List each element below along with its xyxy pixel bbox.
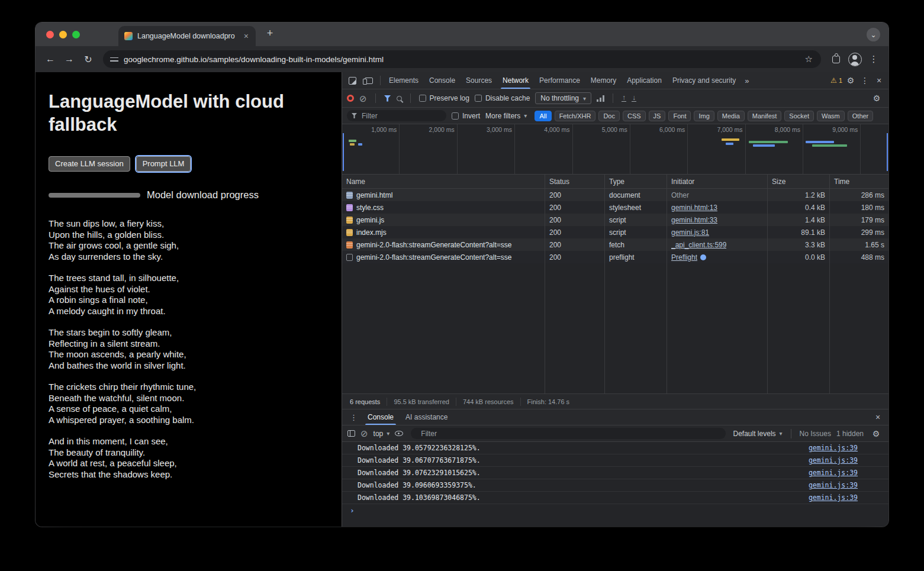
- window-chevron-icon[interactable]: ⌄: [867, 28, 880, 41]
- record-network-log-icon[interactable]: [347, 95, 354, 102]
- network-overview-timeline[interactable]: 1,000 ms 2,000 ms 3,000 ms 4,000 ms 5,00…: [342, 124, 888, 175]
- column-header-status[interactable]: Status: [545, 175, 605, 188]
- chip-fetch-xhr[interactable]: Fetch/XHR: [555, 111, 596, 121]
- initiator-link[interactable]: gemini.js:81: [671, 228, 709, 237]
- console-settings-icon[interactable]: ⚙: [869, 427, 883, 440]
- clear-network-log-icon[interactable]: ⊘: [359, 94, 367, 103]
- chip-socket[interactable]: Socket: [784, 111, 814, 121]
- invert-checkbox[interactable]: Invert: [452, 112, 480, 120]
- network-conditions-icon[interactable]: [597, 95, 604, 102]
- bookmark-star-icon[interactable]: ☆: [799, 54, 819, 64]
- minimize-window-button[interactable]: [59, 31, 67, 38]
- network-request-row[interactable]: gemini-2.0-flash:streamGenerateContent?a…: [342, 238, 888, 251]
- hidden-messages-count[interactable]: 1 hidden: [836, 430, 864, 438]
- search-icon[interactable]: [397, 96, 402, 101]
- inspect-element-icon[interactable]: [349, 77, 356, 85]
- progress-label: Model download progress: [147, 189, 259, 201]
- tab-performance[interactable]: Performance: [534, 72, 585, 89]
- create-llm-session-button[interactable]: Create LLM session: [49, 156, 130, 172]
- prompt-llm-button[interactable]: Prompt LLM: [136, 156, 191, 172]
- tab-close-icon[interactable]: ×: [243, 31, 250, 41]
- devtools-menu-icon[interactable]: ⋮: [858, 74, 872, 87]
- clear-console-icon[interactable]: ⊘: [360, 429, 368, 438]
- timeline-selection-start[interactable]: [343, 133, 344, 171]
- more-filters-dropdown[interactable]: More filters ▾: [485, 112, 527, 120]
- device-toolbar-icon[interactable]: [365, 78, 373, 84]
- issues-warning-badge[interactable]: ⚠ 1: [830, 76, 842, 85]
- network-request-row[interactable]: gemini-2.0-flash:streamGenerateContent?a…: [342, 251, 888, 263]
- more-panels-chevron[interactable]: »: [741, 76, 752, 85]
- reload-button[interactable]: ↻: [79, 50, 97, 68]
- tab-elements[interactable]: Elements: [384, 72, 424, 89]
- column-header-name[interactable]: Name: [342, 175, 545, 188]
- source-link[interactable]: gemini.js:39: [809, 469, 858, 477]
- chip-img[interactable]: Img: [694, 111, 714, 121]
- tab-ai-assistance[interactable]: AI assistance: [400, 409, 453, 425]
- tab-console-drawer[interactable]: Console: [362, 409, 400, 425]
- console-sidebar-icon[interactable]: [347, 430, 355, 437]
- browser-tab[interactable]: LanguageModel downloadpro ×: [118, 26, 256, 46]
- chip-manifest[interactable]: Manifest: [748, 111, 782, 121]
- chip-doc[interactable]: Doc: [598, 111, 620, 121]
- devtools-close-icon[interactable]: ×: [872, 74, 886, 87]
- export-har-icon[interactable]: ↓: [632, 95, 636, 102]
- console-prompt[interactable]: ›: [342, 504, 888, 517]
- chip-wasm[interactable]: Wasm: [817, 111, 845, 121]
- network-request-row[interactable]: index.mjs 200 script gemini.js:81 89.1 k…: [342, 226, 888, 238]
- initiator-link[interactable]: _api_client.ts:599: [671, 241, 726, 249]
- column-header-size[interactable]: Size: [768, 175, 830, 188]
- chip-font[interactable]: Font: [668, 111, 691, 121]
- source-link[interactable]: gemini.js:39: [809, 456, 858, 464]
- live-expression-icon[interactable]: [395, 431, 403, 436]
- throttling-select[interactable]: No throttling ▾: [535, 92, 591, 104]
- preserve-log-checkbox[interactable]: Preserve log: [419, 94, 469, 102]
- disable-cache-checkbox[interactable]: Disable cache: [475, 94, 530, 102]
- column-header-initiator[interactable]: Initiator: [667, 175, 768, 188]
- initiator-link[interactable]: Preflight: [671, 253, 697, 262]
- drawer-close-icon[interactable]: ×: [871, 411, 885, 424]
- browser-menu-icon[interactable]: ⋮: [865, 50, 883, 68]
- drawer-menu-icon[interactable]: ⋮: [346, 413, 362, 422]
- preflight-info-icon[interactable]: [700, 254, 706, 260]
- extensions-icon[interactable]: [827, 50, 845, 68]
- chip-all[interactable]: All: [535, 111, 551, 121]
- issues-status[interactable]: No Issues: [800, 430, 831, 438]
- network-request-row[interactable]: style.css 200 stylesheet gemini.html:13 …: [342, 201, 888, 214]
- chip-js[interactable]: JS: [649, 111, 666, 121]
- chip-css[interactable]: CSS: [623, 111, 646, 121]
- timeline-selection-end[interactable]: [887, 133, 888, 171]
- new-tab-button[interactable]: +: [263, 27, 277, 40]
- source-link[interactable]: gemini.js:39: [809, 493, 858, 502]
- tab-sources[interactable]: Sources: [461, 72, 497, 89]
- url-bar[interactable]: googlechrome.github.io/samples/downloadi…: [103, 50, 821, 68]
- source-link[interactable]: gemini.js:39: [809, 444, 858, 452]
- import-har-icon[interactable]: ↑: [622, 95, 626, 102]
- initiator-link[interactable]: gemini.html:13: [671, 204, 717, 212]
- column-header-time[interactable]: Time: [830, 175, 888, 188]
- forward-button[interactable]: →: [60, 50, 78, 68]
- zoom-window-button[interactable]: [72, 31, 80, 38]
- back-button[interactable]: ←: [41, 50, 59, 68]
- tab-application[interactable]: Application: [622, 72, 667, 89]
- context-select[interactable]: top ▾: [374, 430, 390, 438]
- network-request-row[interactable]: gemini.js 200 script gemini.html:33 1.4 …: [342, 214, 888, 226]
- chip-other[interactable]: Other: [848, 111, 874, 121]
- chip-media[interactable]: Media: [717, 111, 745, 121]
- site-info-icon[interactable]: [110, 56, 118, 63]
- source-link[interactable]: gemini.js:39: [809, 481, 858, 489]
- network-request-row[interactable]: gemini.html 200 document Other 1.2 kB 28…: [342, 189, 888, 201]
- devtools-settings-icon[interactable]: ⚙: [843, 74, 858, 87]
- tab-console[interactable]: Console: [424, 72, 461, 89]
- column-header-type[interactable]: Type: [605, 175, 667, 188]
- network-filter-input[interactable]: [360, 111, 442, 121]
- log-levels-select[interactable]: Default levels ▾: [733, 430, 783, 438]
- tab-network[interactable]: Network: [497, 72, 534, 89]
- close-window-button[interactable]: [46, 31, 54, 38]
- initiator-link[interactable]: gemini.html:33: [671, 216, 717, 224]
- filter-icon[interactable]: [384, 95, 391, 102]
- console-filter-input[interactable]: [420, 429, 720, 438]
- tab-privacy-security[interactable]: Privacy and security: [667, 72, 741, 89]
- network-settings-icon[interactable]: ⚙: [870, 92, 884, 105]
- profile-avatar[interactable]: [846, 50, 864, 68]
- tab-memory[interactable]: Memory: [585, 72, 622, 89]
